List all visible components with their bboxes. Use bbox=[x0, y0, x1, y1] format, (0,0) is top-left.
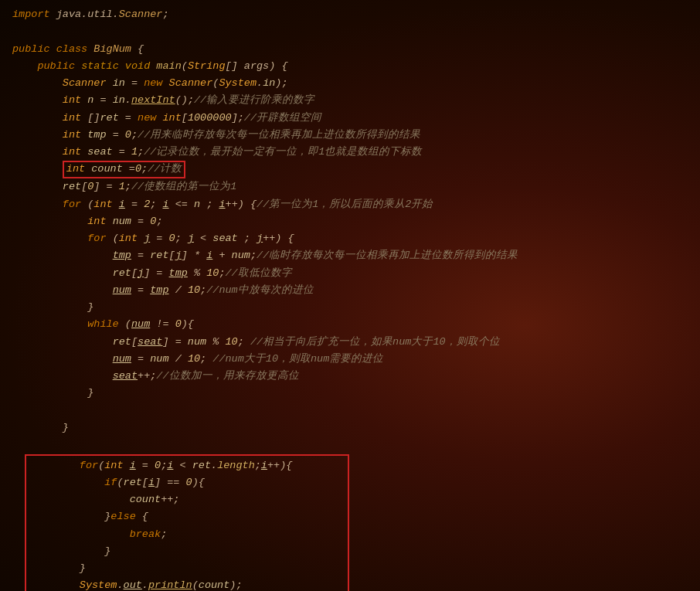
keyword-public: public bbox=[12, 41, 50, 58]
line-3: public static void main(String[] args) { bbox=[12, 58, 688, 75]
line-31: System.out.println(count); bbox=[29, 577, 345, 591]
line-15: ret[j] = tmp % 10;//取低位数字 bbox=[12, 265, 688, 282]
line-28: break; bbox=[29, 526, 345, 543]
code-editor: import java.util.Scanner; public class B… bbox=[0, 0, 700, 591]
line-blank3 bbox=[12, 436, 688, 453]
line-24: for(int i = 0;i < ret.length;i++){ bbox=[29, 457, 345, 474]
line-22: } bbox=[12, 385, 688, 402]
line-17: } bbox=[12, 299, 688, 316]
line-7: int tmp = 0;//用来临时存放每次每一位相乘再加上进位数所得到的结果 bbox=[12, 127, 688, 144]
line-9-highlighted: int count =0;//计数 bbox=[12, 161, 688, 178]
line-29: } bbox=[29, 543, 345, 560]
line-26: count++; bbox=[29, 491, 345, 508]
line-blank bbox=[12, 23, 688, 40]
line-27: }else { bbox=[29, 508, 345, 525]
highlight-count-line: int count =0;//计数 bbox=[63, 161, 186, 178]
line-19: ret[seat] = num % 10; //相当于向后扩充一位，如果num大… bbox=[12, 334, 688, 351]
line-5: int n = in.nextInt();//输入要进行阶乘的数字 bbox=[12, 92, 688, 109]
line-25: if(ret[i] == 0){ bbox=[29, 474, 345, 491]
line-30: } bbox=[29, 560, 345, 577]
line-11: for (int i = 2; i <= n ; i++) {//第一位为1，所… bbox=[12, 196, 688, 213]
line-2: public class BigNum { bbox=[12, 41, 688, 58]
line-10: ret[0] = 1;//使数组的第一位为1 bbox=[12, 178, 688, 195]
line-16: num = tmp / 10;//num中放每次的进位 bbox=[12, 282, 688, 299]
line-23: } bbox=[12, 419, 688, 436]
line-14: tmp = ret[j] * i + num;//临时存放每次每一位相乘再加上进… bbox=[12, 247, 688, 264]
line-1: import java.util.Scanner; bbox=[12, 6, 688, 23]
highlight-block-2: for(int i = 0;i < ret.length;i++){ if(re… bbox=[25, 454, 349, 591]
line-blank2 bbox=[12, 402, 688, 419]
line-12: int num = 0; bbox=[12, 213, 688, 230]
line-8: int seat = 1;//记录位数，最开始一定有一位，即1也就是数组的下标数 bbox=[12, 144, 688, 161]
line-21: seat++;//位数加一，用来存放更高位 bbox=[12, 368, 688, 385]
keyword-import: import bbox=[12, 6, 50, 23]
line-4: Scanner in = new Scanner(System.in); bbox=[12, 75, 688, 92]
line-20: num = num / 10; //num大于10，则取num需要的进位 bbox=[12, 351, 688, 368]
line-18: while (num != 0){ bbox=[12, 316, 688, 333]
line-13: for (int j = 0; j < seat ; j++) { bbox=[12, 230, 688, 247]
line-6: int []ret = new int[1000000];//开辟数组空间 bbox=[12, 110, 688, 127]
